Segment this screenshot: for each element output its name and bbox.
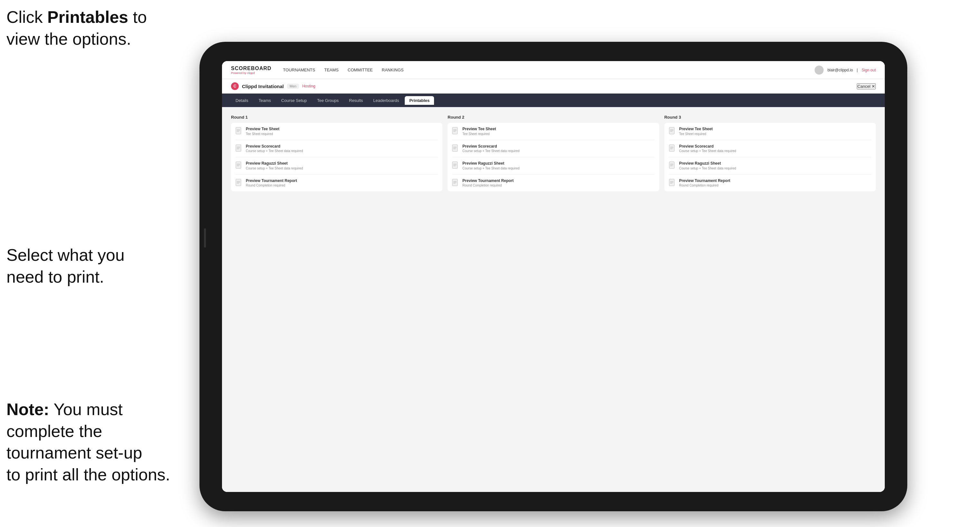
tablet-screen: SCOREBOARD Powered by clippd TOURNAMENTS…	[222, 61, 885, 492]
divider	[235, 140, 438, 140]
round2-raguzzi-subtitle: Course setup + Tee Sheet data required	[462, 166, 519, 170]
round2-raguzzi-info: Preview Raguzzi Sheet Course setup + Tee…	[462, 161, 519, 170]
round3-tournament-report-info: Preview Tournament Report Round Completi…	[679, 178, 730, 188]
round3-raguzzi-subtitle: Course setup + Tee Sheet data required	[679, 166, 736, 170]
round1-raguzzi-subtitle: Course setup + Tee Sheet data required	[246, 166, 303, 170]
doc-icon	[235, 127, 243, 135]
tab-printables[interactable]: Printables	[405, 96, 434, 105]
cancel-button[interactable]: Cancel ✕	[857, 83, 876, 89]
divider	[452, 174, 654, 175]
divider	[452, 157, 654, 157]
round3-scorecard-subtitle: Course setup + Tee Sheet data required	[679, 149, 736, 153]
nav-items: TOURNAMENTS TEAMS COMMITTEE RANKINGS	[283, 66, 815, 74]
doc-icon	[669, 144, 676, 153]
nav-tournaments[interactable]: TOURNAMENTS	[283, 66, 315, 74]
user-email: blair@clippd.io	[827, 68, 853, 72]
rounds-grid: Round 1 Preview Tee Sheet Tee S	[231, 115, 876, 191]
round3-scorecard-info: Preview Scorecard Course setup + Tee She…	[679, 144, 736, 153]
divider	[669, 140, 871, 140]
round2-tournament-report-info: Preview Tournament Report Round Completi…	[462, 178, 514, 188]
round-3-title: Round 3	[664, 115, 876, 120]
round1-tee-sheet-subtitle: Tee Sheet required	[246, 132, 280, 136]
round1-tournament-report-info: Preview Tournament Report Round Completi…	[246, 178, 297, 188]
round2-scorecard-subtitle: Course setup + Tee Sheet data required	[462, 149, 519, 153]
round1-tournament-report-title: Preview Tournament Report	[246, 178, 297, 184]
round3-tee-sheet-info: Preview Tee Sheet Tee Sheet required	[679, 127, 713, 136]
annotation-top: Click Printables toview the options.	[6, 6, 147, 50]
round1-tee-sheet[interactable]: Preview Tee Sheet Tee Sheet required	[235, 127, 438, 136]
annotation-bot: Note: You mustcomplete thetournament set…	[6, 399, 170, 486]
round-2-title: Round 2	[447, 115, 659, 120]
doc-icon	[235, 162, 243, 170]
round2-scorecard[interactable]: Preview Scorecard Course setup + Tee She…	[452, 144, 654, 153]
tab-course-setup[interactable]: Course Setup	[277, 96, 312, 105]
round2-tee-sheet[interactable]: Preview Tee Sheet Tee Sheet required	[452, 127, 654, 136]
divider	[669, 174, 871, 175]
round1-scorecard-subtitle: Course setup + Tee Sheet data required	[246, 149, 303, 153]
tournament-tag: Men	[287, 84, 299, 89]
tournament-name: Clippd Invitational	[242, 84, 284, 89]
round-3-card: Preview Tee Sheet Tee Sheet required	[664, 123, 876, 191]
round2-tournament-report-subtitle: Round Completion required	[462, 183, 514, 187]
round3-raguzzi-info: Preview Raguzzi Sheet Course setup + Tee…	[679, 161, 736, 170]
round1-scorecard[interactable]: Preview Scorecard Course setup + Tee She…	[235, 144, 438, 153]
round1-raguzzi[interactable]: Preview Raguzzi Sheet Course setup + Tee…	[235, 161, 438, 170]
round-1-card: Preview Tee Sheet Tee Sheet required	[231, 123, 442, 191]
nav-teams[interactable]: TEAMS	[324, 66, 339, 74]
main-content: Round 1 Preview Tee Sheet Tee S	[222, 107, 885, 492]
logo-sub: Powered by clippd	[231, 71, 272, 75]
round2-tournament-report-title: Preview Tournament Report	[462, 178, 514, 184]
round1-tournament-report[interactable]: Preview Tournament Report Round Completi…	[235, 178, 438, 188]
divider	[452, 140, 654, 140]
tournament-title: C Clippd Invitational Men Hosting	[231, 82, 315, 90]
tab-leaderboards[interactable]: Leaderboards	[369, 96, 404, 105]
nav-committee[interactable]: COMMITTEE	[348, 66, 373, 74]
printables-bold: Printables	[47, 8, 128, 26]
round1-tee-sheet-info: Preview Tee Sheet Tee Sheet required	[246, 127, 280, 136]
note-bold: Note:	[6, 400, 49, 419]
user-avatar	[815, 66, 824, 75]
doc-icon	[452, 144, 459, 153]
round3-raguzzi[interactable]: Preview Raguzzi Sheet Course setup + Tee…	[669, 161, 871, 170]
nav-rankings[interactable]: RANKINGS	[382, 66, 404, 74]
round2-tee-sheet-title: Preview Tee Sheet	[462, 127, 496, 132]
top-nav: SCOREBOARD Powered by clippd TOURNAMENTS…	[222, 61, 885, 79]
round3-tee-sheet[interactable]: Preview Tee Sheet Tee Sheet required	[669, 127, 871, 136]
sub-nav: Details Teams Course Setup Tee Groups Re…	[222, 94, 885, 107]
tab-results[interactable]: Results	[345, 96, 368, 105]
tournament-header: C Clippd Invitational Men Hosting Cancel…	[222, 79, 885, 94]
annotation-mid: Select what youneed to print.	[6, 244, 124, 288]
clippd-logo: C	[231, 82, 239, 90]
round2-raguzzi[interactable]: Preview Raguzzi Sheet Course setup + Tee…	[452, 161, 654, 170]
round3-tee-sheet-title: Preview Tee Sheet	[679, 127, 713, 132]
round3-tournament-report[interactable]: Preview Tournament Report Round Completi…	[669, 178, 871, 188]
round3-tournament-report-subtitle: Round Completion required	[679, 183, 730, 187]
round2-tee-sheet-subtitle: Tee Sheet required	[462, 132, 496, 136]
doc-icon	[669, 127, 676, 135]
doc-icon	[452, 162, 459, 170]
sign-out-link[interactable]: Sign out	[862, 68, 876, 72]
round2-tournament-report[interactable]: Preview Tournament Report Round Completi…	[452, 178, 654, 188]
round3-scorecard[interactable]: Preview Scorecard Course setup + Tee She…	[669, 144, 871, 153]
divider	[235, 174, 438, 175]
round1-scorecard-info: Preview Scorecard Course setup + Tee She…	[246, 144, 303, 153]
round2-raguzzi-title: Preview Raguzzi Sheet	[462, 161, 519, 166]
tablet-side-button	[204, 228, 206, 248]
doc-icon	[235, 179, 243, 187]
tab-tee-groups[interactable]: Tee Groups	[313, 96, 343, 105]
round3-raguzzi-title: Preview Raguzzi Sheet	[679, 161, 736, 166]
round-1-column: Round 1 Preview Tee Sheet Tee S	[231, 115, 442, 191]
logo-scoreboard: SCOREBOARD	[231, 66, 272, 71]
tablet-frame: SCOREBOARD Powered by clippd TOURNAMENTS…	[199, 42, 907, 511]
round1-scorecard-title: Preview Scorecard	[246, 144, 303, 149]
tab-teams[interactable]: Teams	[254, 96, 275, 105]
round2-tee-sheet-info: Preview Tee Sheet Tee Sheet required	[462, 127, 496, 136]
round1-raguzzi-info: Preview Raguzzi Sheet Course setup + Tee…	[246, 161, 303, 170]
doc-icon	[669, 179, 676, 187]
round-1-title: Round 1	[231, 115, 442, 120]
tab-details[interactable]: Details	[231, 96, 253, 105]
round-3-column: Round 3 Preview Tee Sheet Tee S	[664, 115, 876, 191]
separator: |	[857, 68, 858, 72]
round3-tee-sheet-subtitle: Tee Sheet required	[679, 132, 713, 136]
doc-icon	[235, 144, 243, 153]
